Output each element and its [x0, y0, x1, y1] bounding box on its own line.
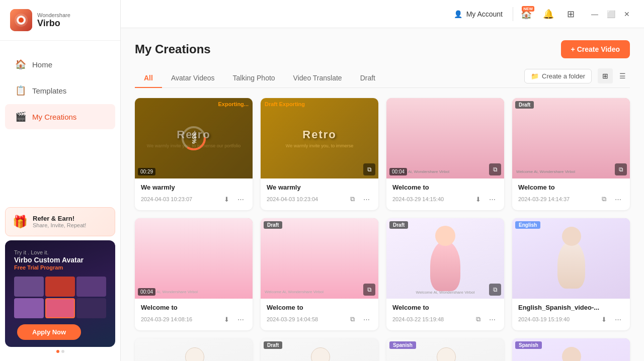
copy-button-v2[interactable]: ⧉ [346, 193, 358, 205]
copy-icon-v2: ⧉ [363, 163, 375, 175]
progress-circle: 33% [180, 125, 207, 152]
page-title: My Creations [135, 42, 211, 56]
draft-exporting-badge: Draft Exporting [265, 101, 305, 107]
notification-icon[interactable]: 🔔 [539, 5, 557, 23]
sidebar-item-templates-label: Templates [32, 86, 66, 95]
video-meta-v3: 2024-03-29 14:15:40 ⬇ ⋯ [392, 193, 498, 205]
video-date-v6: 2024-03-29 14:04:58 [267, 316, 318, 322]
video-card-v2[interactable]: Retro We warmly invite you, to immerse D… [261, 98, 378, 210]
sidebar-promo: 🎁 Refer & Earn! Share, Invite, Repeat! T… [0, 202, 120, 361]
sidebar-nav: 🏠 Home 📋 Templates 🎬 My Creations [0, 41, 120, 202]
video-info-v3: Welcome to 2024-03-29 14:15:40 ⬇ ⋯ [386, 178, 504, 210]
video-thumb-v3: Welcome Ai, Wondershare Virbol 00:04 ⧉ [386, 98, 504, 178]
account-label: My Account [466, 10, 503, 18]
home-icon: 🏠 [15, 59, 26, 70]
video-title-v4: Welcome to [518, 184, 624, 191]
video-date-v1: 2024-04-03 10:23:07 [141, 196, 192, 202]
tab-video-translate[interactable]: Video Translate [284, 69, 351, 88]
promo-dots [5, 347, 115, 356]
video-title-v8: English_Spanish_video-... [518, 304, 624, 311]
tabs-bar: All Avatar Videos Talking Photo Video Tr… [135, 68, 630, 88]
video-card-v7[interactable]: Welcome Ai, Wondershare Virbol Draft ⧉ W… [386, 218, 504, 330]
video-card-v10[interactable]: Wondershare Virbo Draft ⧉ Wondershar ⧉ ⋯ [261, 338, 378, 361]
content-area: My Creations + Create Video All Avatar V… [121, 28, 644, 361]
close-button[interactable]: ✕ [620, 7, 634, 21]
more-button-v6[interactable]: ⋯ [360, 313, 372, 325]
copy-button-v6[interactable]: ⧉ [346, 313, 358, 325]
video-card-v1[interactable]: Retro We warmly invite you, to immense o… [135, 98, 253, 210]
grid-icon[interactable]: ⊞ [561, 5, 580, 23]
video-card-v12[interactable]: Spanish Spanish video-translate ⬇ ⋯ [512, 338, 630, 361]
create-video-button[interactable]: + Create Video [561, 40, 630, 58]
copy-button-v7[interactable]: ⧉ [472, 313, 484, 325]
copy-icon-v3: ⧉ [489, 163, 501, 175]
sidebar-item-templates[interactable]: 📋 Templates [5, 78, 115, 103]
apply-now-button[interactable]: Apply Now [17, 324, 81, 340]
view-toggle: ⊞ ☰ [598, 68, 630, 83]
more-button-v8[interactable]: ⋯ [612, 313, 624, 325]
video-card-v6[interactable]: Welcome Ai, Wondershare Virbol Draft ⧉ W… [261, 218, 378, 330]
promo-refer-card[interactable]: 🎁 Refer & Earn! Share, Invite, Repeat! [5, 207, 115, 236]
promo-offer: Free Trial Program [14, 264, 106, 270]
refer-subtitle: Share, Invite, Repeat! [33, 222, 86, 228]
duration-badge-v5: 00:04 [138, 288, 155, 296]
video-actions-v6: ⧉ ⋯ [346, 313, 372, 325]
promo-avatar-card: Try it . Love it. Virbo Custom Avatar Fr… [5, 240, 115, 347]
restore-button[interactable]: ⬜ [604, 7, 618, 21]
video-info-v8: English_Spanish_video-... 2024-03-19 15:… [512, 299, 630, 330]
video-meta-v1: 2024-04-03 10:23:07 ⬇ ⋯ [141, 193, 247, 205]
more-button-v4[interactable]: ⋯ [612, 193, 624, 205]
copy-icon-v6: ⧉ [363, 284, 375, 296]
copy-icon-v7: ⧉ [489, 284, 501, 296]
more-button-v7[interactable]: ⋯ [486, 313, 498, 325]
download-button-v3[interactable]: ⬇ [472, 193, 484, 205]
video-card-v3[interactable]: Welcome Ai, Wondershare Virbol 00:04 ⧉ W… [386, 98, 504, 210]
refer-icon: 🎁 [13, 215, 28, 229]
video-card-v11[interactable]: Spanish Spanish video-translate ⬇ ⋯ [386, 338, 504, 361]
video-meta-v8: 2024-03-19 15:19:40 ⬇ ⋯ [518, 313, 624, 325]
download-button-v8[interactable]: ⬇ [598, 313, 610, 325]
draft-badge-v6: Draft [264, 221, 282, 229]
video-card-v9[interactable]: Wondershare Virbo 00:35 Wondershar ⬇ ⋯ [135, 338, 253, 361]
videos-grid: Retro We warmly invite you, to immense o… [135, 98, 630, 361]
tab-all[interactable]: All [135, 69, 162, 88]
video-card-v5[interactable]: Welcome Ai, Wondershare Virbol 00:04 Wel… [135, 218, 253, 330]
more-button-v3[interactable]: ⋯ [486, 193, 498, 205]
sidebar-item-home-label: Home [32, 60, 52, 69]
new-badge: NEW [522, 6, 534, 12]
video-actions-v3: ⬇ ⋯ [472, 193, 498, 205]
video-info-v6: Welcome to 2024-03-29 14:04:58 ⧉ ⋯ [261, 299, 378, 330]
tab-avatar-videos[interactable]: Avatar Videos [162, 69, 224, 88]
video-date-v2: 2024-04-03 10:23:04 [267, 196, 318, 202]
spanish-badge-v12: Spanish [515, 341, 542, 349]
grid-view-button[interactable]: ⊞ [598, 68, 613, 83]
spanish-badge-v11: Spanish [389, 341, 416, 349]
duration-badge: 00:29 [138, 168, 155, 175]
video-card-v8[interactable]: English English_Spanish_video-... 2024-0… [512, 218, 630, 330]
home-topbar-icon[interactable]: 🏠 NEW [517, 5, 535, 23]
sidebar-item-my-creations[interactable]: 🎬 My Creations [5, 104, 115, 129]
refer-title: Refer & Earn! [33, 215, 86, 222]
list-view-button[interactable]: ☰ [615, 68, 630, 83]
more-button-v2[interactable]: ⋯ [360, 193, 372, 205]
create-folder-button[interactable]: 📁 Create a folder [524, 69, 592, 83]
video-thumb-v1: Retro We warmly invite you, to immense o… [135, 98, 253, 178]
video-card-v4[interactable]: Welcome Ai, Wondershare Virbol Draft ⧉ W… [512, 98, 630, 210]
account-button[interactable]: 👤 My Account [448, 7, 509, 21]
more-button-v1[interactable]: ⋯ [234, 193, 247, 205]
video-thumb-v9: Wondershare Virbo 00:35 [135, 338, 253, 361]
topbar: 👤 My Account 🏠 NEW 🔔 ⊞ — ⬜ ✕ [121, 0, 644, 28]
video-thumb-v10: Wondershare Virbo Draft ⧉ [261, 338, 378, 361]
video-title-v7: Welcome to [392, 304, 498, 311]
tab-talking-photo[interactable]: Talking Photo [224, 69, 284, 88]
tab-draft[interactable]: Draft [351, 69, 384, 88]
copy-button-v4[interactable]: ⧉ [598, 193, 610, 205]
minimize-button[interactable]: — [588, 7, 602, 21]
sidebar-item-home[interactable]: 🏠 Home [5, 52, 115, 77]
video-meta-v6: 2024-03-29 14:04:58 ⧉ ⋯ [267, 313, 372, 325]
more-button-v5[interactable]: ⋯ [234, 313, 247, 325]
promo-product: Virbo Custom Avatar [14, 255, 106, 264]
dot-2 [61, 350, 64, 353]
download-button-v5[interactable]: ⬇ [220, 313, 232, 325]
download-button-v1[interactable]: ⬇ [220, 193, 232, 205]
